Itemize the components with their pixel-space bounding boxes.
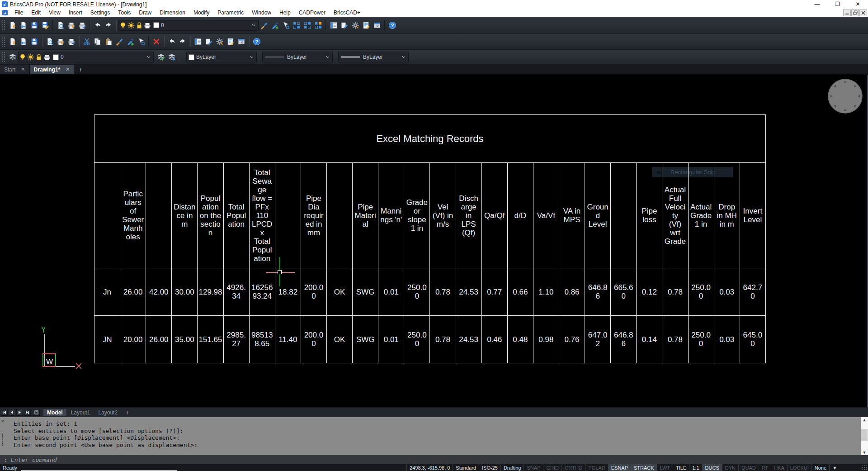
save-icon[interactable] [29, 19, 40, 31]
publish-icon[interactable] [66, 36, 77, 48]
sun-icon[interactable] [27, 53, 35, 61]
new-tab-button[interactable]: + [74, 65, 87, 74]
scroll-down-icon[interactable]: ▼ [863, 450, 865, 455]
status-dyn-toggle[interactable]: DYN [722, 464, 738, 471]
last-layout-button[interactable] [24, 409, 31, 416]
edit-document-icon[interactable] [225, 36, 236, 48]
printer-small-icon[interactable] [143, 21, 151, 29]
printer-small-icon[interactable] [43, 53, 51, 61]
close-button[interactable]: ✕ [848, 0, 868, 9]
tab-drawing1[interactable]: Drawing1* ✕ [30, 65, 75, 74]
new-drawing-icon[interactable] [7, 19, 18, 31]
settings-gear-icon[interactable] [350, 19, 361, 31]
status-ducs-toggle[interactable]: DUCS [702, 464, 722, 471]
status-quad-toggle[interactable]: QUAD [738, 464, 759, 471]
status-workspace[interactable]: Drafting [500, 464, 524, 471]
status-snap-toggle[interactable]: SNAP [524, 464, 543, 471]
menu-bricscad[interactable]: BricsCAD+ [330, 9, 364, 17]
drawing-explorer-icon[interactable] [328, 19, 339, 31]
first-layout-button[interactable] [1, 409, 8, 416]
edit-pen-icon[interactable] [125, 36, 136, 48]
status-lwt-toggle[interactable]: LWT [657, 464, 673, 471]
print-icon[interactable] [55, 36, 66, 48]
status-scale-toggle[interactable]: 1:1 [689, 464, 702, 471]
selection-grid-3-icon[interactable] [313, 19, 324, 31]
status-hka-toggle[interactable]: HKA [771, 464, 787, 471]
status-ortho-toggle[interactable]: ORTHO [561, 464, 585, 471]
help-icon[interactable]: ? [251, 36, 262, 48]
layer-state-arrow-icon[interactable] [166, 51, 177, 63]
undo-icon[interactable] [92, 19, 103, 31]
selection-grid-2-icon[interactable] [302, 19, 313, 31]
viewport-window-icon[interactable] [372, 19, 382, 31]
status-menu-caret[interactable]: ▼ [829, 464, 840, 471]
mdi-minimize-button[interactable] [843, 10, 851, 16]
lock-icon[interactable] [35, 53, 43, 61]
command-scrollbar[interactable]: ▲ ▼ [861, 417, 868, 455]
minimize-button[interactable]: — [807, 0, 827, 9]
status-strack-toggle[interactable]: STRACK [631, 464, 657, 471]
color-combo[interactable]: ByLayer [186, 52, 257, 62]
publish-icon[interactable] [77, 19, 88, 31]
sun-icon[interactable] [127, 21, 135, 29]
toolbar-grip[interactable] [2, 20, 6, 31]
menu-cadpower[interactable]: CADPower [295, 9, 330, 17]
save-icon[interactable] [29, 36, 40, 48]
chevron-down-icon[interactable] [146, 54, 151, 60]
menu-tools[interactable]: Tools [114, 9, 135, 17]
tab-start[interactable]: Start ✕ [0, 65, 30, 74]
drawing-explorer-icon[interactable] [193, 36, 203, 48]
mdi-close-button[interactable] [859, 10, 867, 16]
menu-window[interactable]: Window [248, 9, 275, 17]
status-lockui-toggle[interactable]: LOCKUI [787, 464, 811, 471]
annotate-pencil-icon[interactable] [203, 36, 214, 48]
layout-tab-model[interactable]: Model [43, 409, 66, 416]
help-icon[interactable]: ? [387, 19, 398, 31]
menu-settings[interactable]: Settings [86, 9, 114, 17]
layout-tab-layout2[interactable]: Layout2 [94, 409, 121, 416]
status-tile-toggle[interactable]: TILE [673, 464, 689, 471]
layout-list-button[interactable] [33, 409, 40, 416]
settings-gear-icon[interactable] [214, 36, 225, 48]
menu-edit[interactable]: Edit [27, 9, 45, 17]
status-esnap-toggle[interactable]: ESNAP [608, 464, 631, 471]
chevron-down-icon[interactable] [251, 22, 256, 29]
status-coordinates[interactable]: 2498.3, -615.98, 0 [406, 464, 453, 471]
restore-button[interactable]: ❐ [827, 0, 848, 9]
bulb-icon[interactable] [19, 53, 27, 61]
close-tab-icon[interactable]: ✕ [66, 67, 70, 72]
match-properties-icon[interactable] [259, 19, 269, 31]
undo-icon[interactable] [166, 36, 177, 48]
print-icon[interactable] [66, 19, 77, 31]
command-history[interactable]: ✕ Entities in set: 1Select entities to m… [0, 417, 868, 455]
cut-icon[interactable] [81, 36, 92, 48]
drawing-canvas[interactable]: Rectangular Snip Excel Matching RecordsP… [0, 75, 868, 407]
annotate-pencil-icon[interactable] [339, 19, 350, 31]
status-polar-toggle[interactable]: POLAR [585, 464, 608, 471]
linetype-combo[interactable]: ByLayer [262, 52, 333, 62]
bulb-icon[interactable] [119, 21, 127, 29]
lineweight-combo[interactable]: ByLayer [338, 52, 409, 62]
edit-pen-icon[interactable] [269, 19, 280, 31]
command-panel-grip[interactable] [2, 433, 4, 446]
status-text-style[interactable]: Standard [453, 464, 479, 471]
save-as-icon[interactable] [40, 19, 51, 31]
menu-modify[interactable]: Modify [189, 9, 213, 17]
chevron-down-icon[interactable] [250, 54, 254, 60]
menu-file[interactable]: File [10, 9, 27, 17]
open-drawing-icon[interactable] [18, 36, 29, 48]
edit-document-icon[interactable] [361, 19, 372, 31]
paste-icon[interactable] [103, 36, 114, 48]
menu-draw[interactable]: Draw [135, 9, 156, 17]
menu-insert[interactable]: Insert [65, 9, 86, 17]
prev-layout-button[interactable] [9, 409, 15, 416]
next-layout-button[interactable] [16, 409, 23, 416]
chevron-down-icon[interactable] [326, 54, 330, 60]
layer-combo[interactable]: 0 [18, 52, 154, 62]
copy-icon[interactable] [92, 36, 103, 48]
layer-combo[interactable]: 0 [118, 20, 259, 31]
print-preview-icon[interactable] [55, 19, 66, 31]
mdi-restore-button[interactable] [851, 10, 859, 16]
toolbar-grip[interactable] [2, 52, 6, 62]
add-layout-button[interactable]: + [121, 409, 134, 416]
